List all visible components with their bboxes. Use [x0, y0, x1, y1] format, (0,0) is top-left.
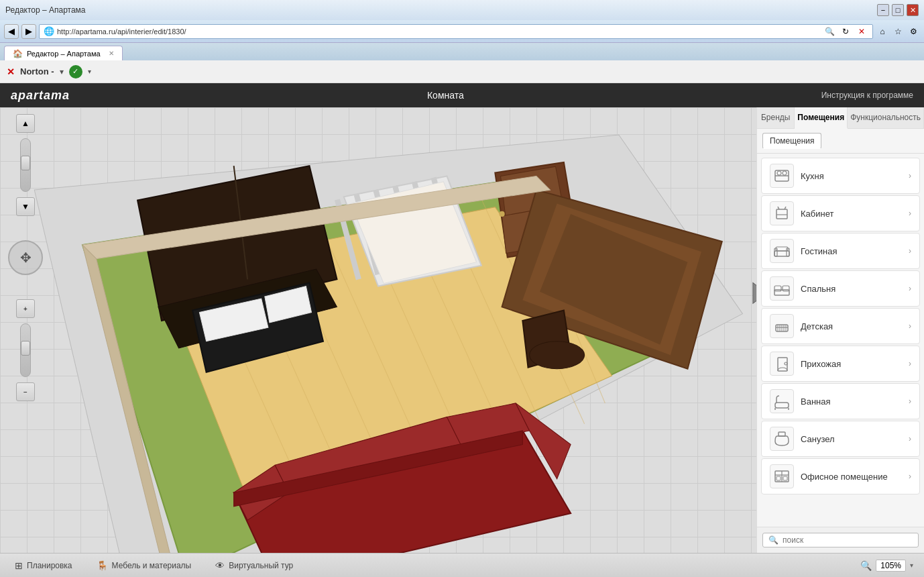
kitchen-icon: [770, 164, 794, 188]
living-label: Гостиная: [801, 246, 902, 256]
norton-label: Norton -: [20, 66, 54, 76]
kitchen-arrow-icon: ›: [909, 171, 911, 180]
norton-check-icon: ✓: [69, 65, 82, 78]
hallway-label: Прихожая: [801, 359, 902, 369]
cabinet-arrow-icon: ›: [909, 209, 911, 218]
favorites-button[interactable]: ☆: [891, 25, 905, 38]
norton-dropdown-button[interactable]: ▾: [60, 67, 64, 76]
stop-button[interactable]: ✕: [855, 25, 868, 38]
kitchen-label: Кухня: [801, 171, 902, 181]
svg-rect-56: [774, 290, 789, 295]
bedroom-icon: [770, 276, 794, 301]
toolbar-tab-plan[interactable]: ⊞ Планировка: [11, 559, 76, 572]
hallway-icon: [770, 352, 794, 376]
back-button[interactable]: ◀: [4, 24, 19, 39]
cabinet-icon: [770, 201, 794, 225]
svg-point-35: [499, 211, 504, 217]
svg-marker-41: [753, 282, 756, 303]
refresh-button[interactable]: ↻: [839, 25, 852, 38]
bedroom-label: Спальня: [801, 284, 902, 294]
panel-tabs: Бренды Помещения Функциональность: [757, 107, 924, 129]
living-arrow-icon: ›: [909, 246, 911, 256]
bathroom-label: Ванная: [801, 397, 902, 407]
sub-tab-rooms[interactable]: Помещения: [762, 133, 821, 149]
help-button[interactable]: Инструкция к программе: [821, 91, 913, 100]
living-icon: [770, 239, 794, 263]
panel-item-living[interactable]: Гостиная ›: [761, 233, 920, 269]
toolbar-tab-materials[interactable]: 🪑 Мебель и материалы: [93, 559, 196, 572]
toilet-label: Санузел: [801, 434, 902, 444]
svg-rect-58: [783, 286, 789, 291]
svg-point-40: [530, 342, 585, 369]
panel-item-office[interactable]: Офисное помещение ›: [761, 458, 920, 494]
search-input-wrap: 🔍: [762, 533, 919, 547]
panel-item-kids[interactable]: Детская ›: [761, 308, 920, 344]
title-bar: Редактор – Апартама − □ ✕: [0, 0, 924, 20]
svg-rect-68: [775, 403, 789, 408]
svg-rect-55: [776, 247, 788, 251]
kids-icon: [770, 314, 794, 338]
app-header: apartama Комната Инструкция к программе: [0, 83, 924, 107]
tour-icon: 👁: [215, 560, 225, 571]
right-panel: Бренды Помещения Функциональность Помеще…: [756, 107, 924, 553]
tour-label: Виртуальный тур: [229, 561, 293, 570]
panel-item-bedroom[interactable]: Спальня ›: [761, 270, 920, 307]
address-text: http://apartama.ru/api/interier/edit/183…: [57, 28, 820, 36]
toilet-arrow-icon: ›: [909, 434, 911, 443]
toolbar-tabs: ⊞ Планировка 🪑 Мебель и материалы 👁 Вирт…: [11, 559, 297, 572]
browser-tab-active[interactable]: 🏠 Редактор – Апартама ✕: [4, 46, 123, 60]
tab-brands[interactable]: Бренды: [757, 107, 795, 128]
minimize-button[interactable]: −: [877, 4, 889, 16]
maximize-button[interactable]: □: [892, 4, 904, 16]
nav-bar: ◀ ▶ 🌐 http://apartama.ru/api/interier/ed…: [0, 20, 924, 43]
settings-button[interactable]: ⚙: [907, 25, 920, 38]
search-icon: 🔍: [768, 535, 778, 545]
panel-item-list: Кухня › Кабинет › Гостиная ›: [757, 154, 924, 527]
search-input[interactable]: [783, 535, 913, 545]
app-logo: apartama: [11, 89, 70, 103]
bedroom-arrow-icon: ›: [909, 284, 911, 293]
panel-item-kitchen[interactable]: Кухня ›: [761, 158, 920, 194]
app-container: apartama Комната Инструкция к программе …: [0, 83, 924, 577]
zoom-value: 105%: [876, 560, 906, 572]
panel-item-cabinet[interactable]: Кабинет ›: [761, 195, 920, 231]
panel-item-bathroom[interactable]: Ванная ›: [761, 383, 920, 419]
office-arrow-icon: ›: [909, 472, 911, 481]
bathroom-arrow-icon: ›: [909, 397, 911, 406]
home-button[interactable]: ⌂: [876, 25, 889, 38]
tab-rooms[interactable]: Помещения: [795, 107, 848, 129]
office-icon: [770, 464, 794, 488]
svg-point-46: [777, 171, 781, 175]
tab-close-icon[interactable]: ✕: [109, 50, 114, 57]
norton-close-icon[interactable]: ✕: [7, 66, 15, 77]
svg-rect-72: [778, 432, 785, 436]
toolbar-tab-tour[interactable]: 👁 Виртуальный тур: [211, 559, 297, 572]
cabinet-label: Кабинет: [801, 209, 902, 219]
panel-item-hallway[interactable]: Прихожая ›: [761, 346, 920, 382]
panel-search: 🔍: [757, 527, 924, 553]
search-address-button[interactable]: 🔍: [823, 25, 836, 38]
panel-item-toilet[interactable]: Санузел ›: [761, 421, 920, 457]
browser-title: Редактор – Апартама: [5, 5, 86, 15]
tab-favicon: 🏠: [13, 49, 23, 58]
tab-label: Редактор – Апартама: [27, 50, 101, 58]
zoom-dropdown-button[interactable]: ▾: [910, 562, 913, 569]
forward-button[interactable]: ▶: [21, 24, 36, 39]
panel-sub-tabs: Помещения: [757, 129, 924, 154]
norton-check-dropdown[interactable]: ▾: [88, 68, 91, 75]
svg-rect-76: [776, 476, 781, 480]
bathroom-icon: [770, 389, 794, 413]
address-bar[interactable]: 🌐 http://apartama.ru/api/interier/edit/1…: [39, 24, 873, 39]
zoom-control: 🔍 105% ▾: [860, 560, 913, 572]
kids-arrow-icon: ›: [909, 321, 911, 331]
norton-bar: ✕ Norton - ▾ ✓ ▾: [0, 60, 924, 83]
viewport[interactable]: ▲ ▼ ✥ + −: [0, 107, 756, 553]
tab-functionality[interactable]: Функциональность: [848, 107, 924, 128]
materials-label: Мебель и материалы: [112, 561, 192, 570]
tab-bar: 🏠 Редактор – Апартама ✕: [0, 43, 924, 60]
close-button[interactable]: ✕: [907, 4, 919, 16]
materials-icon: 🪑: [97, 560, 108, 571]
kids-label: Детская: [801, 321, 902, 331]
app-title: Комната: [427, 90, 464, 101]
svg-rect-77: [783, 476, 787, 480]
